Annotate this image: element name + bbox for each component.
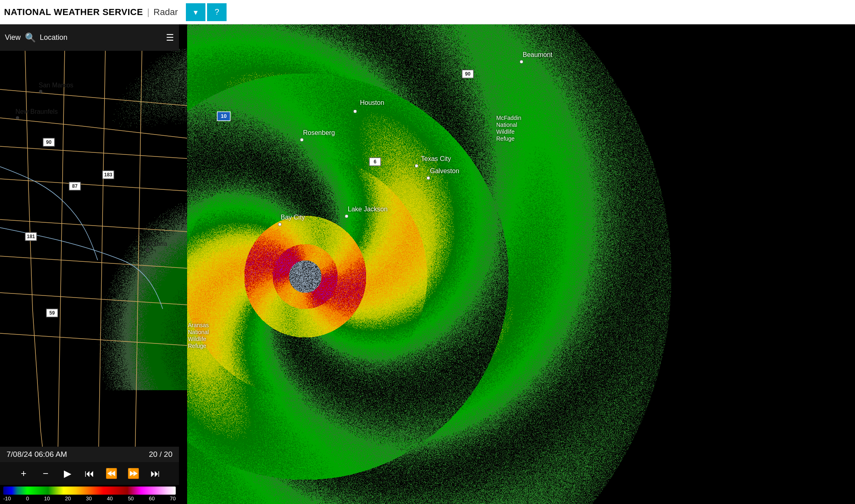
- scale-label: 0: [26, 495, 29, 502]
- media-controls: + − ▶ ⏮ ⏪ ⏩ ⏭: [0, 462, 179, 485]
- scale-label: 10: [44, 495, 50, 502]
- location-label: Location: [40, 33, 68, 42]
- fast-forward-button[interactable]: ⏩: [126, 466, 141, 481]
- dropdown-button[interactable]: ▾: [186, 3, 205, 21]
- skip-back-button[interactable]: ⏮: [82, 466, 97, 481]
- menu-button[interactable]: ☰: [166, 33, 174, 43]
- agency-name: NATIONAL WEATHER SERVICE: [4, 7, 143, 17]
- playback-controls-panel: 7/08/24 06:06 AM 20 / 20 + − ▶ ⏮ ⏪ ⏩ ⏭ -…: [0, 447, 179, 504]
- scale-label: 30: [86, 495, 92, 502]
- skip-forward-button[interactable]: ⏭: [148, 466, 163, 481]
- help-button[interactable]: ?: [207, 3, 227, 21]
- scale-label: 70: [170, 495, 175, 502]
- search-button[interactable]: 🔍: [25, 33, 36, 43]
- scale-label: 50: [128, 495, 133, 502]
- product-name: Radar: [153, 7, 178, 17]
- rewind-button[interactable]: ⏪: [104, 466, 119, 481]
- time-bar: 7/08/24 06:06 AM 20 / 20: [0, 447, 179, 462]
- scale-label: 40: [107, 495, 113, 502]
- timestamp-display: 7/08/24 06:06 AM: [7, 450, 67, 459]
- scale-label: 60: [149, 495, 155, 502]
- scale-label: 20: [65, 495, 71, 502]
- scale-label: -10: [3, 495, 11, 502]
- zoom-out-button[interactable]: −: [38, 466, 53, 481]
- zoom-in-button[interactable]: +: [16, 466, 31, 481]
- toolbar: View 🔍 Location ☰: [0, 24, 179, 51]
- radar-display: [0, 24, 855, 504]
- color-bar: [3, 487, 176, 495]
- map-container[interactable]: [0, 24, 855, 504]
- header: NATIONAL WEATHER SERVICE | Radar ▾ ?: [0, 0, 855, 24]
- header-separator: |: [147, 7, 150, 17]
- play-button[interactable]: ▶: [60, 466, 75, 481]
- view-label: View: [5, 33, 21, 42]
- scale-labels: -10010203040506070: [3, 495, 176, 502]
- color-scale: -10010203040506070: [0, 485, 179, 504]
- frame-counter: 20 / 20: [149, 450, 172, 459]
